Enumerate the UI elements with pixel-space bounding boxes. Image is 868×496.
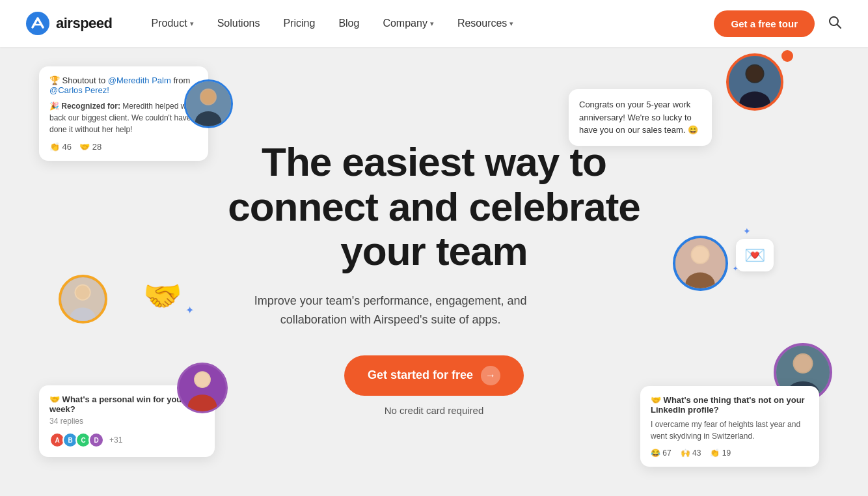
anniversary-card: Congrats on your 5-year work anniversary… — [569, 89, 712, 146]
avatar-red-dress — [177, 363, 228, 413]
svg-point-6 — [201, 90, 215, 104]
svg-point-18 — [692, 247, 708, 263]
nav-pricing[interactable]: Pricing — [283, 18, 315, 29]
notification-dot — [781, 50, 793, 62]
chevron-down-icon: ▾ — [430, 20, 434, 28]
hero-section: 🏆 Shoutout to @Meredith Palm from @Carlo… — [0, 47, 868, 496]
avatar-man-top — [184, 79, 233, 128]
sparkle-icon-right: ✦ — [743, 226, 751, 236]
svg-point-22 — [195, 372, 210, 387]
heart-envelope-card: 💌 — [736, 239, 774, 271]
profile-q-card: 🤝 What's one thing that's not on your Li… — [640, 386, 819, 467]
chevron-down-icon: ▾ — [509, 20, 513, 28]
svg-line-2 — [837, 24, 841, 28]
search-icon[interactable] — [828, 15, 842, 33]
hero-content: The easiest way to connect and celebrate… — [228, 140, 640, 415]
win-card-replies: 34 replies — [49, 417, 204, 426]
win-card: 🤝 What's a personal win for you this wee… — [39, 385, 215, 457]
nav-company[interactable]: Company ▾ — [383, 18, 433, 29]
no-credit-card-label: No credit card required — [385, 405, 484, 416]
arrow-icon: → — [481, 366, 500, 385]
chevron-down-icon: ▾ — [190, 20, 194, 28]
svg-point-14 — [75, 286, 89, 299]
svg-point-0 — [26, 12, 49, 35]
handshake-icon: 🤝 — [143, 278, 182, 314]
avatar-man-anniversary — [726, 53, 783, 111]
win-count: +31 — [109, 435, 122, 445]
sparkle-icon-left: ✦ — [185, 304, 194, 316]
sparkle-icon-right-small: ✦ — [733, 265, 738, 272]
nav-links: Product ▾ Solutions Pricing Blog Company… — [152, 18, 714, 29]
svg-point-26 — [794, 355, 811, 372]
shoutout-body: 🎉 Recognized for: Meredith helped win ba… — [49, 100, 198, 135]
get-started-button[interactable]: Get started for free → — [344, 355, 524, 396]
profile-q-title: 🤝 What's one thing that's not on your Li… — [651, 395, 809, 415]
hero-subtitle: Improve your team's performance, engagem… — [228, 292, 553, 329]
profile-q-reactions: 😂 67 🙌 43 👏 19 — [651, 448, 809, 458]
hero-cta-group: Get started for free → No credit card re… — [228, 355, 640, 416]
logo-icon — [26, 12, 49, 35]
shoutout-reactions: 👏 46 🤝 28 — [49, 142, 198, 152]
nav-product[interactable]: Product ▾ — [152, 18, 194, 29]
logo-text: airspeed — [56, 15, 113, 32]
logo-link[interactable]: airspeed — [26, 12, 113, 35]
navbar: airspeed Product ▾ Solutions Pricing Blo… — [0, 0, 868, 47]
profile-q-answer: I overcame my fear of heights last year … — [651, 419, 809, 442]
nav-resources[interactable]: Resources ▾ — [457, 18, 513, 29]
nav-blog[interactable]: Blog — [338, 18, 359, 29]
svg-point-10 — [746, 66, 763, 82]
nav-solutions[interactable]: Solutions — [217, 18, 260, 29]
shoutout-header: 🏆 Shoutout to @Meredith Palm from @Carlo… — [49, 76, 198, 95]
get-tour-button[interactable]: Get a free tour — [714, 10, 815, 37]
avatar-woman-left — [59, 275, 107, 324]
avatar-woman-right — [673, 236, 728, 291]
shoutout-card: 🏆 Shoutout to @Meredith Palm from @Carlo… — [39, 66, 208, 161]
nav-actions: Get a free tour — [714, 10, 842, 37]
hero-title: The easiest way to connect and celebrate… — [228, 140, 640, 273]
win-card-avatars: A B C D +31 — [49, 432, 204, 448]
